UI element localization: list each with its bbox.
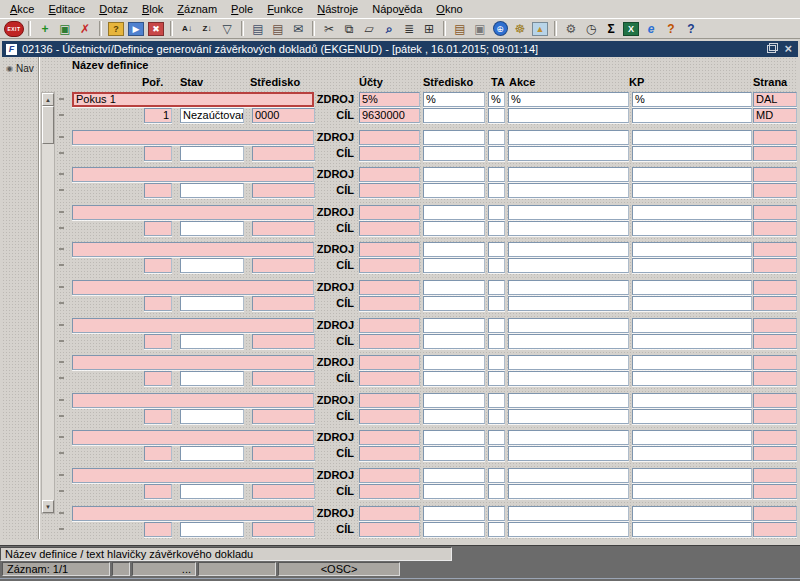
record-stav-field[interactable] (180, 183, 244, 198)
cil-stredisko-field[interactable] (423, 108, 485, 123)
zdroj-kp-field[interactable] (632, 318, 752, 333)
record-por-field[interactable] (144, 446, 172, 461)
zdroj-ucty-field[interactable] (359, 468, 420, 483)
enter-query-icon[interactable]: ? (106, 20, 126, 37)
zdroj-stredisko-field[interactable] (423, 355, 485, 370)
menu-item-10[interactable]: Okno (429, 1, 469, 17)
record-stav-field[interactable] (180, 146, 244, 161)
cil-strana-field[interactable] (753, 258, 797, 273)
cil-stredisko-field[interactable] (423, 258, 485, 273)
zdroj-akce-field[interactable] (508, 355, 629, 370)
filter-icon[interactable]: ▽ (217, 20, 237, 37)
zdroj-stredisko-field[interactable] (423, 167, 485, 182)
zdroj-ucty-field[interactable] (359, 506, 420, 521)
cil-strana-field[interactable] (753, 334, 797, 349)
cil-strana-field[interactable]: MD (753, 108, 797, 123)
cil-ucty-field[interactable] (359, 334, 420, 349)
zdroj-stredisko-field[interactable] (423, 280, 485, 295)
menu-item-4[interactable]: Blok (135, 1, 170, 17)
cil-akce-field[interactable] (508, 371, 629, 386)
cil-ta-field[interactable] (488, 221, 505, 236)
zdroj-strana-field[interactable] (753, 130, 797, 145)
paste-icon[interactable]: ▱ (359, 20, 379, 37)
zdroj-akce-field[interactable] (508, 468, 629, 483)
record-stav-field[interactable] (180, 522, 244, 537)
window-titlebar[interactable]: F 02136 - Účetnictví/Definice generování… (2, 41, 798, 57)
record-name-field[interactable] (72, 430, 314, 445)
record-por-field[interactable] (144, 221, 172, 236)
record-name-field[interactable] (72, 393, 314, 408)
menu-item-1[interactable]: Akce (3, 1, 41, 17)
cil-kp-field[interactable] (632, 371, 752, 386)
cil-akce-field[interactable] (508, 221, 629, 236)
cil-ucty-field[interactable] (359, 258, 420, 273)
cil-ta-field[interactable] (488, 409, 505, 424)
cil-ta-field[interactable] (488, 108, 505, 123)
cancel-query-icon[interactable]: ✖ (146, 20, 166, 37)
context-help-icon[interactable]: ? (661, 20, 681, 37)
cil-kp-field[interactable] (632, 108, 752, 123)
close-button[interactable]: × (784, 44, 792, 54)
cil-strana-field[interactable] (753, 522, 797, 537)
zdroj-stredisko-field[interactable]: % (423, 92, 485, 107)
cil-kp-field[interactable] (632, 522, 752, 537)
record-por-field[interactable] (144, 183, 172, 198)
cil-stredisko-field[interactable] (423, 296, 485, 311)
cil-stredisko-field[interactable] (423, 371, 485, 386)
zdroj-strana-field[interactable] (753, 393, 797, 408)
cil-stredisko-field[interactable] (423, 183, 485, 198)
cil-ta-field[interactable] (488, 371, 505, 386)
zdroj-kp-field[interactable] (632, 506, 752, 521)
zdroj-stredisko-field[interactable] (423, 242, 485, 257)
record-name-field[interactable] (72, 167, 314, 182)
cil-strana-field[interactable] (753, 296, 797, 311)
cil-strana-field[interactable] (753, 409, 797, 424)
zdroj-ucty-field[interactable] (359, 430, 420, 445)
cil-akce-field[interactable] (508, 446, 629, 461)
record-por-field[interactable] (144, 296, 172, 311)
zdroj-stredisko-field[interactable] (423, 205, 485, 220)
menu-item-5[interactable]: Záznam (170, 1, 224, 17)
menu-item-9[interactable]: Nápověda (365, 1, 429, 17)
cil-kp-field[interactable] (632, 484, 752, 499)
sum-icon[interactable]: Σ (601, 20, 621, 37)
cil-ta-field[interactable] (488, 522, 505, 537)
exit-button[interactable]: EXIT (4, 20, 24, 37)
cil-stredisko-field[interactable] (423, 522, 485, 537)
cil-ta-field[interactable] (488, 296, 505, 311)
record-name-field[interactable] (72, 242, 314, 257)
zdroj-kp-field[interactable] (632, 280, 752, 295)
cil-strana-field[interactable] (753, 371, 797, 386)
cil-kp-field[interactable] (632, 146, 752, 161)
globe-icon[interactable]: ⊕ (490, 20, 510, 37)
cil-stredisko-field[interactable] (423, 446, 485, 461)
tools-icon[interactable]: ⚙ (561, 20, 581, 37)
zdroj-ucty-field[interactable] (359, 242, 420, 257)
record-por-field[interactable] (144, 334, 172, 349)
cil-ucty-field[interactable] (359, 221, 420, 236)
zdroj-ucty-field[interactable]: 5% (359, 92, 420, 107)
zdroj-strana-field[interactable] (753, 355, 797, 370)
zdroj-ta-field[interactable] (488, 205, 505, 220)
cil-strana-field[interactable] (753, 484, 797, 499)
record-por-field[interactable] (144, 371, 172, 386)
cil-ucty-field[interactable] (359, 183, 420, 198)
zdroj-ta-field[interactable] (488, 393, 505, 408)
zdroj-ucty-field[interactable] (359, 205, 420, 220)
record-stav-field[interactable] (180, 221, 244, 236)
zdroj-strana-field[interactable] (753, 280, 797, 295)
zdroj-kp-field[interactable] (632, 205, 752, 220)
zdroj-ta-field[interactable] (488, 318, 505, 333)
cil-stredisko-field[interactable] (423, 484, 485, 499)
record-name-field[interactable] (72, 205, 314, 220)
zdroj-ta-field[interactable] (488, 280, 505, 295)
cil-ucty-field[interactable] (359, 522, 420, 537)
cil-ucty-field[interactable] (359, 484, 420, 499)
menu-item-2[interactable]: Editace (41, 1, 92, 17)
zdroj-akce-field[interactable] (508, 506, 629, 521)
zdroj-akce-field[interactable] (508, 242, 629, 257)
cil-kp-field[interactable] (632, 409, 752, 424)
zdroj-ucty-field[interactable] (359, 393, 420, 408)
zdroj-akce-field[interactable] (508, 205, 629, 220)
zdroj-ucty-field[interactable] (359, 355, 420, 370)
